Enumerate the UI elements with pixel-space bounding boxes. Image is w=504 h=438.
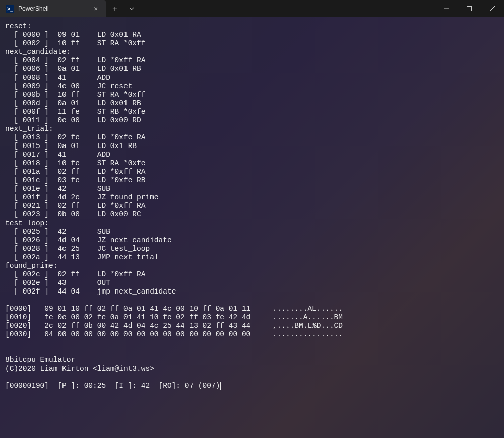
- titlebar-drag-region[interactable]: [139, 0, 434, 17]
- terminal-output[interactable]: reset: [ 0000 ] 09 01 LD 0x01 RA [ 0002 …: [0, 17, 504, 438]
- close-window-button[interactable]: [481, 0, 504, 17]
- output-line: [ 002c ] 02 ff LD *0xff RA: [5, 270, 499, 279]
- output-line: [00000190] [P ]: 00:25 [I ]: 42 [RO]: 07…: [5, 382, 499, 390]
- output-line: [5, 373, 499, 382]
- output-line: reset:: [5, 22, 499, 31]
- output-line: (C)2020 Liam Kirton <liam@int3.ws>: [5, 364, 499, 373]
- output-line: test_loop:: [5, 219, 499, 228]
- output-line: [ 001a ] 02 ff LD *0xff RA: [5, 168, 499, 176]
- maximize-button[interactable]: [458, 0, 481, 17]
- titlebar: >_ PowerShell ✕ ＋: [0, 0, 504, 17]
- output-line: [ 0015 ] 0a 01 LD 0x1 RB: [5, 142, 499, 151]
- output-line: [ 0011 ] 0e 00 LD 0x00 RD: [5, 116, 499, 125]
- output-line: [ 0004 ] 02 ff LD *0xff RA: [5, 56, 499, 65]
- chevron-down-icon: [129, 7, 134, 10]
- output-line: [ 0018 ] 10 fe ST RA *0xfe: [5, 159, 499, 168]
- output-line: [ 001c ] 03 fe LD *0xfe RB: [5, 176, 499, 185]
- output-line: [ 002f ] 44 04 jmp next_candidate: [5, 287, 499, 296]
- output-line: [ 0017 ] 41 ADD: [5, 151, 499, 159]
- output-line: [ 0028 ] 4c 25 JC test_loop: [5, 245, 499, 253]
- output-line: [0010] fe 0e 00 02 fe 0a 01 41 10 fe 02 …: [5, 313, 499, 322]
- cursor: [220, 382, 221, 390]
- output-line: [ 0026 ] 4d 04 JZ next_candidate: [5, 236, 499, 245]
- output-line: [ 001f ] 4d 2c JZ found_prime: [5, 193, 499, 202]
- close-icon: [490, 6, 495, 11]
- minimize-button[interactable]: [434, 0, 458, 17]
- output-line: [ 000f ] 11 fe ST RB *0xfe: [5, 108, 499, 116]
- powershell-icon: >_: [6, 5, 14, 13]
- output-line: [ 002a ] 44 13 JMP next_trial: [5, 253, 499, 262]
- tab-powershell[interactable]: >_ PowerShell ✕: [0, 0, 106, 17]
- maximize-icon: [467, 6, 472, 11]
- output-line: [0020] 2c 02 ff 0b 00 42 4d 04 4c 25 44 …: [5, 322, 499, 330]
- output-line: [ 0025 ] 42 SUB: [5, 228, 499, 236]
- output-line: [ 001e ] 42 SUB: [5, 185, 499, 193]
- output-line: found_prime:: [5, 262, 499, 270]
- output-line: [ 000b ] 10 ff ST RA *0xff: [5, 91, 499, 99]
- svg-rect-1: [467, 7, 472, 11]
- output-line: [ 0002 ] 10 ff ST RA *0xff: [5, 39, 499, 48]
- output-line: [5, 347, 499, 356]
- output-line: [5, 296, 499, 305]
- output-line: [ 0008 ] 41 ADD: [5, 74, 499, 82]
- output-line: next_candidate:: [5, 48, 499, 56]
- tab-dropdown-button[interactable]: [124, 0, 139, 17]
- output-line: [ 0006 ] 0a 01 LD 0x01 RB: [5, 65, 499, 74]
- tab-title: PowerShell: [18, 5, 88, 12]
- minimize-icon: [444, 6, 449, 11]
- new-tab-button[interactable]: ＋: [106, 0, 124, 17]
- output-line: [ 0021 ] 02 ff LD *0xff RA: [5, 202, 499, 210]
- close-tab-icon[interactable]: ✕: [92, 4, 100, 14]
- output-line: 8bitcpu Emulator: [5, 356, 499, 364]
- output-line: [ 0000 ] 09 01 LD 0x01 RA: [5, 31, 499, 39]
- output-line: [ 000d ] 0a 01 LD 0x01 RB: [5, 99, 499, 108]
- output-line: [5, 339, 499, 347]
- output-line: next_trial:: [5, 125, 499, 133]
- output-line: [0030] 04 00 00 00 00 00 00 00 00 00 00 …: [5, 330, 499, 339]
- output-line: [ 0013 ] 02 fe LD *0xfe RA: [5, 133, 499, 142]
- output-line: [ 0009 ] 4c 00 JC reset: [5, 82, 499, 91]
- output-line: [ 0023 ] 0b 00 LD 0x00 RC: [5, 210, 499, 219]
- output-line: [ 002e ] 43 OUT: [5, 279, 499, 287]
- window-controls: [434, 0, 504, 17]
- output-line: [0000] 09 01 10 ff 02 ff 0a 01 41 4c 00 …: [5, 305, 499, 313]
